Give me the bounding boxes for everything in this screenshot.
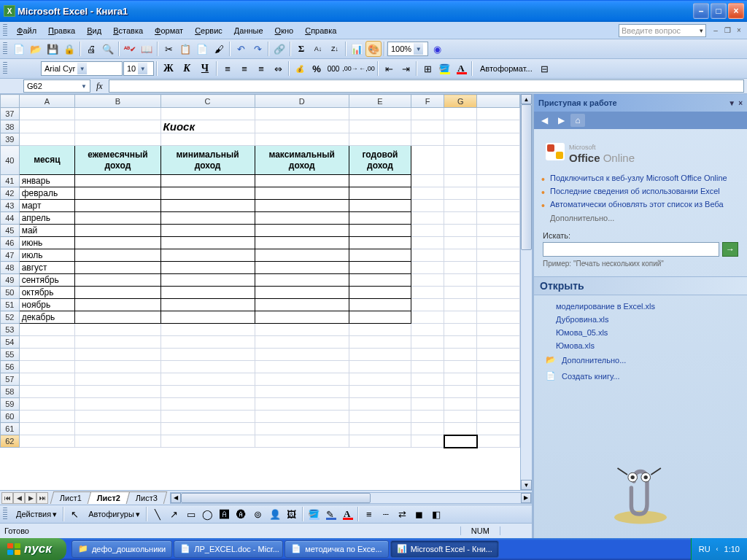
taskpane-search-input[interactable] xyxy=(543,242,719,257)
cell-C59[interactable] xyxy=(160,398,255,411)
cell-G44[interactable] xyxy=(444,212,477,225)
row-header-44[interactable]: 44 xyxy=(1,212,20,225)
cell-A38[interactable] xyxy=(19,120,75,133)
cell-B44[interactable] xyxy=(75,212,160,225)
maximize-button[interactable]: □ xyxy=(711,3,727,19)
mdi-minimize-button[interactable]: – xyxy=(711,26,721,36)
cell-A49[interactable]: сентябрь xyxy=(19,274,75,287)
name-box[interactable]: G62▼ xyxy=(23,79,90,93)
paste-button[interactable]: 📄 xyxy=(194,41,210,57)
open-button[interactable]: 📂 xyxy=(28,41,44,57)
diagram-button[interactable]: ⊚ xyxy=(250,506,266,522)
cell-G47[interactable] xyxy=(444,249,477,262)
row-header-45[interactable]: 45 xyxy=(1,225,20,237)
cell-B39[interactable] xyxy=(75,133,160,146)
cell-A40[interactable]: месяц xyxy=(19,146,75,175)
row-header-55[interactable]: 55 xyxy=(1,349,20,361)
cell-A44[interactable]: апрель xyxy=(19,212,75,225)
cell-D49[interactable] xyxy=(255,274,349,287)
cell-A56[interactable] xyxy=(19,361,75,373)
wordart-button[interactable]: 🅐 xyxy=(233,506,249,522)
taskpane-link[interactable]: Подключиться к веб-узлу Microsoft Office… xyxy=(550,171,741,184)
font-color-button[interactable]: A xyxy=(453,61,469,77)
row-header-49[interactable]: 49 xyxy=(1,274,20,287)
menu-формат[interactable]: Формат xyxy=(150,24,188,37)
cell-E38[interactable] xyxy=(349,120,411,133)
cell-G62[interactable] xyxy=(444,435,477,448)
cell-C56[interactable] xyxy=(160,361,255,373)
cell-G40[interactable] xyxy=(444,146,477,175)
mdi-close-button[interactable]: × xyxy=(734,26,744,36)
row-header-61[interactable]: 61 xyxy=(1,423,20,435)
cell-G41[interactable] xyxy=(444,175,477,187)
cell-A41[interactable]: январь xyxy=(19,175,75,187)
drawing-button[interactable]: 🎨 xyxy=(365,41,382,57)
cell-D61[interactable] xyxy=(255,423,349,435)
cell-D57[interactable] xyxy=(255,373,349,386)
zoom-combo[interactable]: 100%▼ xyxy=(387,42,428,56)
line-color-button[interactable]: ✎ xyxy=(322,506,338,522)
cell-F51[interactable] xyxy=(411,299,444,311)
oval-button[interactable]: ◯ xyxy=(200,506,216,522)
cell-A39[interactable] xyxy=(19,133,75,146)
cell-C60[interactable] xyxy=(160,411,255,423)
underline-button[interactable]: Ч xyxy=(196,61,214,77)
cell-D41[interactable] xyxy=(255,175,349,187)
cell-E59[interactable] xyxy=(349,398,411,411)
cell-C43[interactable] xyxy=(160,200,255,212)
menu-правка[interactable]: Правка xyxy=(43,24,80,37)
cell-A53[interactable] xyxy=(19,324,75,336)
cell-B48[interactable] xyxy=(75,262,160,274)
cell-C61[interactable] xyxy=(160,423,255,435)
cell-F55[interactable] xyxy=(411,349,444,361)
row-header-50[interactable]: 50 xyxy=(1,287,20,299)
cell-D46[interactable] xyxy=(255,237,349,249)
close-button[interactable]: × xyxy=(728,3,744,19)
cell-F38[interactable] xyxy=(411,120,444,133)
row-header-56[interactable]: 56 xyxy=(1,361,20,373)
menu-вставка[interactable]: Вставка xyxy=(108,24,148,37)
cell-G51[interactable] xyxy=(444,299,477,311)
redo-button[interactable]: ↷ xyxy=(249,41,266,57)
toolbar-gripper[interactable] xyxy=(3,24,7,37)
increase-indent-button[interactable]: ⇥ xyxy=(398,61,414,77)
cell-D58[interactable] xyxy=(255,386,349,398)
cell-B58[interactable] xyxy=(75,386,160,398)
cell-G58[interactable] xyxy=(444,386,477,398)
cell-D38[interactable] xyxy=(255,120,349,133)
cell-A45[interactable]: май xyxy=(19,225,75,237)
row-header-39[interactable]: 39 xyxy=(1,133,20,146)
fill-color-draw-button[interactable]: 🪣 xyxy=(306,506,322,522)
cell-D45[interactable] xyxy=(255,225,349,237)
merge-center-button[interactable]: ⇔ xyxy=(270,61,286,77)
cell-G61[interactable] xyxy=(444,423,477,435)
cell-G48[interactable] xyxy=(444,262,477,274)
cell-E42[interactable] xyxy=(349,187,411,200)
col-header-A[interactable]: A xyxy=(19,95,75,108)
conditional-format-button[interactable]: ⊟ xyxy=(537,61,553,77)
cell-E37[interactable] xyxy=(349,108,411,120)
cell-B40[interactable]: ежемесячныйдоход xyxy=(75,146,160,175)
cell-E51[interactable] xyxy=(349,299,411,311)
cell-A54[interactable] xyxy=(19,336,75,349)
row-header-40[interactable]: 40 xyxy=(1,146,20,175)
cell-C42[interactable] xyxy=(160,187,255,200)
row-header-43[interactable]: 43 xyxy=(1,200,20,212)
taskpane-home-button[interactable]: ⌂ xyxy=(570,114,585,127)
rectangle-button[interactable]: ▭ xyxy=(183,506,199,522)
shadow-button[interactable]: ◼ xyxy=(411,506,427,522)
cell-B43[interactable] xyxy=(75,200,160,212)
cell-E39[interactable] xyxy=(349,133,411,146)
cell-E57[interactable] xyxy=(349,373,411,386)
dash-style-button[interactable]: ┄ xyxy=(378,506,394,522)
cell-G39[interactable] xyxy=(444,133,477,146)
line-style-button[interactable]: ≡ xyxy=(361,506,377,522)
cell-A52[interactable]: декабрь xyxy=(19,311,75,324)
toolbar-gripper[interactable] xyxy=(3,42,7,55)
cell-B59[interactable] xyxy=(75,398,160,411)
cell-F59[interactable] xyxy=(411,398,444,411)
taskpane-link[interactable]: Автоматически обновлять этот список из В… xyxy=(550,198,741,211)
cell-F56[interactable] xyxy=(411,361,444,373)
cell-D59[interactable] xyxy=(255,398,349,411)
menu-справка[interactable]: Справка xyxy=(300,24,341,37)
